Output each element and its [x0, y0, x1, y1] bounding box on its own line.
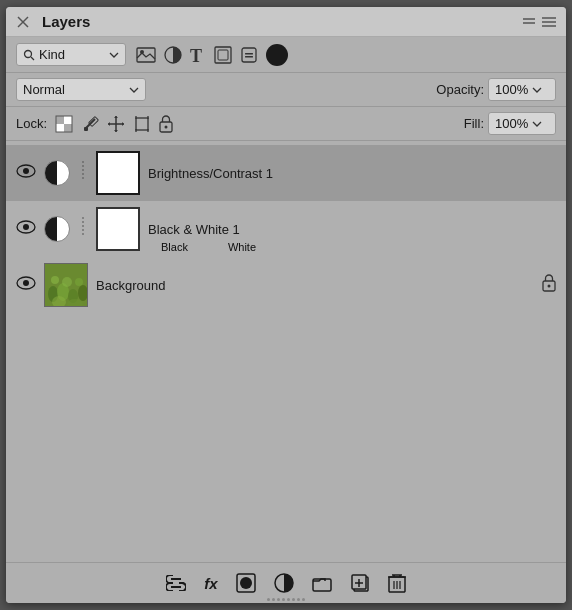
svg-point-47 [78, 285, 88, 301]
svg-rect-25 [84, 127, 88, 131]
layers-panel: Layers Kind [6, 7, 566, 603]
fx-button[interactable]: fx [204, 575, 217, 592]
svg-rect-21 [64, 124, 72, 132]
svg-rect-19 [64, 116, 72, 124]
opacity-group: Opacity: 100% [436, 78, 556, 101]
lock-all-icon[interactable] [159, 115, 173, 133]
circle-toggle[interactable] [266, 44, 288, 66]
svg-point-42 [23, 280, 29, 286]
collapse-button[interactable] [522, 13, 536, 31]
new-group-button[interactable] [312, 574, 332, 592]
add-mask-button[interactable] [236, 573, 256, 593]
lock-artboard-icon[interactable] [133, 115, 151, 133]
lock-move-icon[interactable] [107, 115, 125, 133]
fill-label: Fill: [464, 116, 484, 131]
svg-rect-28 [136, 118, 148, 130]
svg-point-7 [25, 50, 32, 57]
svg-point-39 [23, 224, 29, 230]
svg-text:T: T [190, 46, 202, 64]
svg-point-54 [548, 285, 551, 288]
svg-point-34 [165, 125, 168, 128]
svg-point-36 [23, 168, 29, 174]
lock-paint-icon[interactable] [81, 115, 99, 133]
fill-group: Fill: 100% [464, 112, 556, 135]
layer-name: Background [96, 278, 534, 293]
panel-menu-icon[interactable] [542, 13, 556, 31]
title-bar: Layers [6, 7, 566, 37]
layer-name: Black & White 1 [148, 222, 556, 237]
svg-line-8 [31, 57, 34, 60]
blend-chevron-icon [129, 87, 139, 93]
lock-transparent-icon[interactable] [55, 115, 73, 133]
opacity-label: Opacity: [436, 82, 484, 97]
adjustment-icon [44, 160, 70, 186]
svg-rect-16 [245, 53, 253, 55]
bottom-toolbar: fx [6, 562, 566, 603]
lock-row: Lock: [6, 107, 566, 141]
opacity-value: 100% [495, 82, 528, 97]
white-label: White [228, 241, 256, 253]
layer-item[interactable]: Brightness/Contrast 1 [6, 145, 566, 201]
filter-row: Kind T [6, 37, 566, 73]
blend-mode-value: Normal [23, 82, 125, 97]
opacity-chevron-icon [532, 87, 542, 93]
lock-badge-icon [542, 274, 556, 296]
fill-value: 100% [495, 116, 528, 131]
fill-dropdown[interactable]: 100% [488, 112, 556, 135]
smart-filter-icon[interactable] [240, 46, 258, 64]
svg-rect-15 [242, 48, 256, 62]
delete-layer-button[interactable] [388, 573, 406, 593]
clip-icon [78, 217, 88, 241]
text-filter-icon[interactable]: T [190, 46, 206, 64]
fx-label: fx [204, 575, 217, 592]
chevron-down-icon [109, 52, 119, 58]
new-fill-button[interactable] [274, 573, 294, 593]
empty-layer-space [6, 313, 566, 393]
kind-label: Kind [39, 47, 105, 62]
lock-label: Lock: [16, 116, 47, 131]
svg-rect-14 [218, 50, 228, 60]
image-filter-icon[interactable] [136, 47, 156, 63]
shape-filter-icon[interactable] [214, 46, 232, 64]
adjustment-filter-icon[interactable] [164, 46, 182, 64]
layer-item[interactable]: Black & White 1 Black White [6, 201, 566, 257]
svg-rect-20 [56, 124, 64, 132]
layer-thumbnail [96, 207, 140, 251]
layer-name: Brightness/Contrast 1 [148, 166, 556, 181]
svg-point-58 [240, 577, 252, 589]
new-layer-button[interactable] [350, 573, 370, 593]
layer-thumbnail [44, 263, 88, 307]
svg-point-51 [51, 276, 59, 284]
svg-point-50 [62, 277, 72, 287]
svg-point-52 [75, 278, 83, 286]
drag-handle [267, 598, 305, 601]
fill-chevron-icon [532, 121, 542, 127]
adjustment-icon [44, 216, 70, 242]
visibility-toggle[interactable] [16, 276, 36, 294]
lock-icons [55, 115, 173, 133]
close-button[interactable] [16, 15, 30, 29]
svg-rect-17 [245, 56, 253, 58]
panel-title: Layers [42, 13, 90, 30]
blend-mode-dropdown[interactable]: Normal [16, 78, 146, 101]
search-icon [23, 49, 35, 61]
filter-icons: T [136, 44, 288, 66]
visibility-toggle[interactable] [16, 220, 36, 238]
kind-dropdown[interactable]: Kind [16, 43, 126, 66]
visibility-toggle[interactable] [16, 164, 36, 182]
black-label: Black [161, 241, 188, 253]
blend-row: Normal Opacity: 100% [6, 73, 566, 107]
clip-icon [78, 161, 88, 185]
link-layers-button[interactable] [166, 575, 186, 591]
opacity-dropdown[interactable]: 100% [488, 78, 556, 101]
layer-thumbnail [96, 151, 140, 195]
svg-rect-18 [56, 116, 64, 124]
svg-rect-13 [215, 47, 231, 63]
layer-item[interactable]: Background [6, 257, 566, 313]
layers-list: Brightness/Contrast 1 Black & White 1 [6, 141, 566, 562]
